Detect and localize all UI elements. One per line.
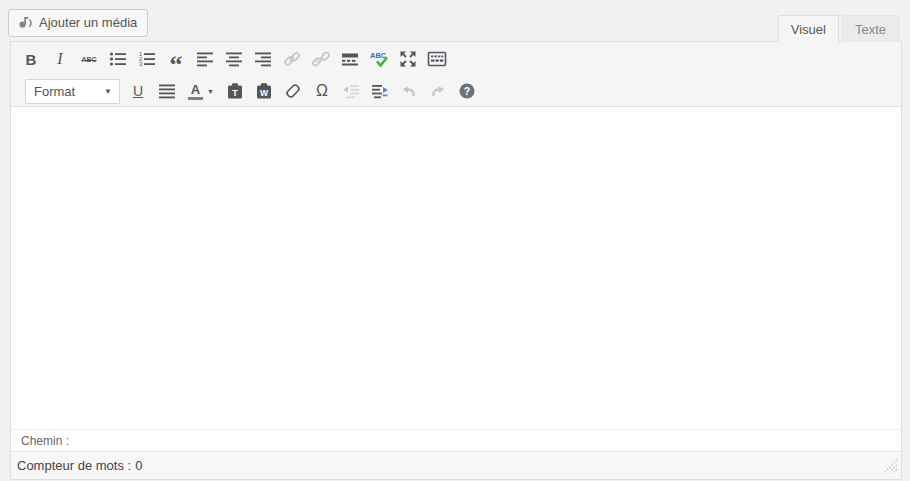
chevron-down-icon: ▼ <box>207 88 214 95</box>
add-media-button[interactable]: Ajouter un média <box>8 9 148 37</box>
toolbar-row-1: B I ABC 1 2 3 “ <box>17 42 901 76</box>
editor-content-area[interactable] <box>11 107 901 429</box>
fullscreen-icon <box>398 49 418 69</box>
link-button <box>278 46 306 72</box>
insert-more-tag-icon <box>340 49 360 69</box>
remove-formatting-button[interactable] <box>279 78 307 104</box>
bulleted-list-button[interactable] <box>104 46 132 72</box>
text-color-button[interactable]: A ▼ <box>182 78 220 104</box>
strikethrough-button[interactable]: ABC <box>75 46 103 72</box>
align-left-button[interactable] <box>191 46 219 72</box>
toolbar-row-2: Format ▼ U A ▼ <box>17 76 901 106</box>
numbered-list-button[interactable]: 1 2 3 <box>133 46 161 72</box>
blockquote-button[interactable]: “ <box>162 46 190 72</box>
word-count-value: 0 <box>135 458 142 473</box>
svg-text:W: W <box>260 88 269 98</box>
align-right-button[interactable] <box>249 46 277 72</box>
format-dropdown-value: Format <box>34 84 75 99</box>
word-count-label: Compteur de mots : <box>17 458 131 473</box>
toolbar-toggle-button[interactable] <box>423 46 451 72</box>
align-center-icon <box>224 49 244 69</box>
undo-icon <box>399 81 419 101</box>
paste-as-text-icon: T <box>225 81 245 101</box>
outdent-button <box>337 78 365 104</box>
spellcheck-icon: ABC <box>369 49 389 69</box>
svg-text:ABC: ABC <box>370 51 387 60</box>
indent-button[interactable] <box>366 78 394 104</box>
bold-icon: B <box>26 51 37 68</box>
justify-icon <box>157 81 177 101</box>
italic-icon: I <box>57 50 62 68</box>
svg-text:T: T <box>232 88 238 98</box>
paste-from-word-icon: W <box>254 81 274 101</box>
underline-button[interactable]: U <box>124 78 152 104</box>
omega-icon: Ω <box>316 82 328 100</box>
paste-from-word-button[interactable]: W <box>250 78 278 104</box>
align-right-icon <box>253 49 273 69</box>
svg-text:?: ? <box>464 85 470 97</box>
eraser-icon <box>283 81 303 101</box>
editor-toolbar: B I ABC 1 2 3 “ <box>11 42 901 107</box>
align-center-button[interactable] <box>220 46 248 72</box>
numbered-list-icon: 1 2 3 <box>137 49 157 69</box>
tab-text[interactable]: Texte <box>842 15 899 42</box>
strikethrough-icon: ABC <box>81 56 96 63</box>
italic-button[interactable]: I <box>46 46 74 72</box>
unlink-button <box>307 46 335 72</box>
text-color-icon: A <box>188 83 203 100</box>
help-button[interactable]: ? <box>453 78 481 104</box>
insert-more-tag-button[interactable] <box>336 46 364 72</box>
blockquote-icon: “ <box>170 60 183 70</box>
outdent-icon <box>341 81 361 101</box>
editor-mode-tabs: Visuel Texte <box>778 14 899 42</box>
media-icon <box>17 14 34 31</box>
help-icon: ? <box>457 81 477 101</box>
unlink-icon <box>311 49 331 69</box>
element-path-bar: Chemin : <box>11 429 901 451</box>
redo-icon <box>428 81 448 101</box>
paste-as-text-button[interactable]: T <box>221 78 249 104</box>
toolbar-toggle-icon <box>427 49 447 69</box>
special-character-button[interactable]: Ω <box>308 78 336 104</box>
bulleted-list-icon <box>108 49 128 69</box>
justify-button[interactable] <box>153 78 181 104</box>
spellcheck-button[interactable]: ABC <box>365 46 393 72</box>
align-left-icon <box>195 49 215 69</box>
resize-grip[interactable] <box>882 457 898 476</box>
link-icon <box>282 49 302 69</box>
word-count-bar: Compteur de mots : 0 <box>11 451 901 479</box>
fullscreen-button[interactable] <box>394 46 422 72</box>
editor-container: B I ABC 1 2 3 “ <box>10 41 902 480</box>
tab-visual[interactable]: Visuel <box>778 15 839 43</box>
redo-button <box>424 78 452 104</box>
add-media-label: Ajouter un média <box>39 15 137 30</box>
path-label: Chemin : <box>21 434 69 448</box>
format-dropdown[interactable]: Format ▼ <box>25 79 120 104</box>
svg-text:3: 3 <box>139 61 143 67</box>
undo-button <box>395 78 423 104</box>
chevron-down-icon: ▼ <box>104 87 112 96</box>
bold-button[interactable]: B <box>17 46 45 72</box>
underline-icon: U <box>133 83 143 99</box>
indent-icon <box>370 81 390 101</box>
